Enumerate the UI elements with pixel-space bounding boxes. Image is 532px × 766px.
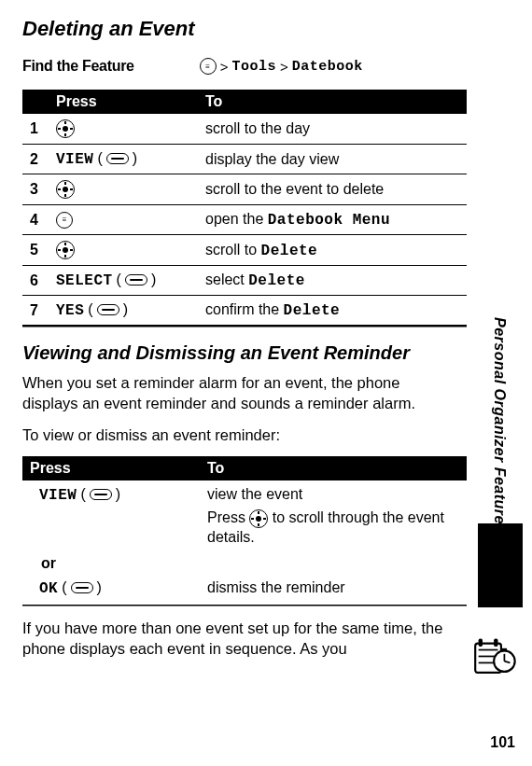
softkey-label: YES (56, 302, 84, 319)
table-row: 5 scroll to Delete (22, 235, 467, 266)
or-label: or (22, 550, 200, 574)
press-cell: OK () (22, 574, 200, 606)
softkey-label: VIEW (39, 487, 77, 504)
table-header-press: Press (22, 456, 200, 480)
press-cell (49, 235, 198, 266)
nav-key-icon (249, 509, 268, 528)
svg-rect-9 (502, 648, 507, 651)
step-number: 5 (22, 235, 49, 266)
svg-rect-4 (479, 638, 483, 647)
table-row: 2 VIEW () display the day view (22, 145, 467, 174)
press-cell: YES () (49, 296, 198, 326)
side-tab (478, 523, 523, 607)
step-number: 7 (22, 296, 49, 326)
manual-page: Deleting an Event Find the Feature ≡ > T… (0, 0, 532, 766)
nav-key-icon (56, 241, 75, 259)
heading-reminder: Viewing and Dismissing an Event Reminder (22, 342, 467, 364)
table-row: OK () dismiss the reminder (22, 574, 467, 606)
table-row: 6 SELECT () select Delete (22, 266, 467, 296)
softkey-label: VIEW (56, 151, 93, 168)
to-cell: scroll to the day (198, 114, 467, 145)
table-row: 4 ≡ open the Datebook Menu (22, 205, 467, 235)
paragraph: If you have more than one event set up f… (22, 619, 457, 660)
paragraph: To view or dismiss an event reminder: (22, 425, 457, 446)
softkey-icon (71, 582, 93, 593)
breadcrumb: ≡ > Tools > Datebook (200, 58, 363, 75)
breadcrumb-tools: Tools (231, 59, 276, 75)
to-cell: view the event Press to scroll through t… (200, 480, 467, 550)
table-header-blank (22, 90, 49, 114)
step-number: 1 (22, 114, 49, 145)
side-label: Personal Organizer Features (491, 317, 508, 533)
step-number: 4 (22, 205, 49, 235)
softkey-icon (125, 274, 147, 286)
steps-table-delete: Press To 1 scroll to the day 2 VIEW () d… (22, 90, 467, 326)
breadcrumb-sep: > (220, 59, 229, 75)
find-feature-label: Find the Feature (22, 58, 134, 75)
find-the-feature-row: Find the Feature ≡ > Tools > Datebook (22, 58, 467, 75)
nav-key-icon (56, 180, 75, 199)
to-cell: scroll to the event to delete (198, 174, 467, 205)
press-cell: ≡ (49, 205, 198, 235)
page-number: 101 (490, 734, 515, 751)
breadcrumb-sep: > (280, 59, 288, 75)
press-cell: VIEW () (49, 145, 198, 174)
table-row: 3 scroll to the event to delete (22, 174, 467, 205)
to-cell: select Delete (198, 266, 467, 296)
datebook-clock-icon (470, 629, 519, 677)
paragraph: When you set a reminder alarm for an eve… (22, 373, 457, 414)
heading-deleting-event: Deleting an Event (22, 17, 467, 41)
softkey-icon (90, 489, 112, 500)
softkey-label: SELECT (56, 272, 113, 289)
to-cell: scroll to Delete (198, 235, 467, 266)
step-number: 2 (22, 145, 49, 174)
press-cell: SELECT () (49, 266, 198, 296)
to-cell: display the day view (198, 145, 467, 174)
table-header-to: To (198, 90, 467, 114)
step-number: 6 (22, 266, 49, 296)
table-row: 1 scroll to the day (22, 114, 467, 145)
softkey-icon (106, 153, 129, 164)
table-header-press: Press (49, 90, 198, 114)
table-row: VIEW () view the event Press to scroll t… (22, 480, 467, 550)
table-header-to: To (200, 456, 467, 480)
press-cell: VIEW () (22, 480, 200, 550)
menu-key-icon: ≡ (200, 58, 217, 75)
steps-table-reminder: Press To VIEW () view the event Press to… (22, 456, 467, 606)
breadcrumb-datebook: Datebook (292, 59, 363, 75)
press-cell (49, 174, 198, 205)
svg-rect-5 (494, 638, 497, 647)
to-cell: open the Datebook Menu (198, 205, 467, 235)
to-cell: dismiss the reminder (200, 574, 467, 606)
table-row: 7 YES () confirm the Delete (22, 296, 467, 326)
step-number: 3 (22, 174, 49, 205)
menu-key-icon: ≡ (56, 212, 73, 229)
softkey-label: OK (39, 580, 58, 597)
nav-key-icon (56, 119, 75, 138)
softkey-icon (97, 304, 119, 315)
to-cell: confirm the Delete (198, 296, 467, 326)
press-cell (49, 114, 198, 145)
or-row: or (22, 550, 467, 574)
